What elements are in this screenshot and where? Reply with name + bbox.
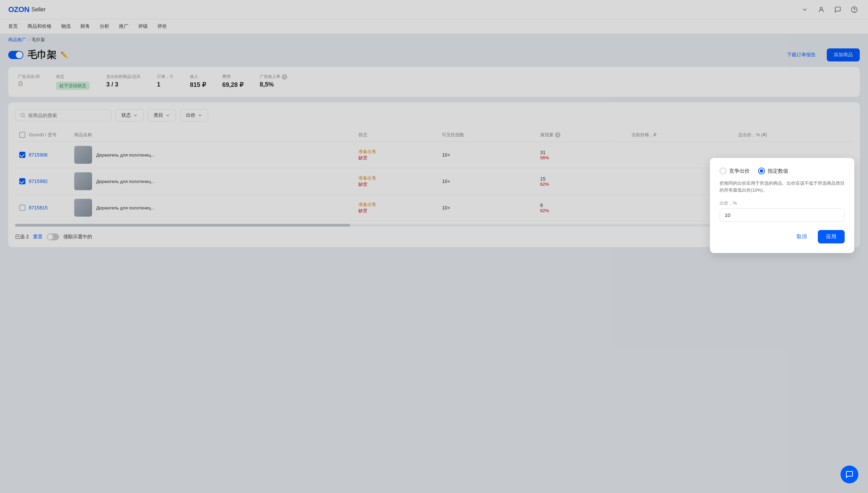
popup-actions: 取消 应用 [720, 230, 845, 243]
popup-overlay: 竞争出价 指定数值 把相同的出价应用于所选的商品。出价应该不低于所选商品类目的所… [0, 0, 868, 493]
popup-radio-row: 竞争出价 指定数值 [720, 168, 845, 174]
popup-input-group: 出价，% [720, 200, 845, 222]
bid-popup: 竞争出价 指定数值 把相同的出价应用于所选的商品。出价应该不低于所选商品类目的所… [710, 158, 854, 253]
apply-button[interactable]: 应用 [818, 230, 845, 243]
popup-input-label: 出价，% [720, 200, 845, 206]
popup-description: 把相同的出价应用于所选的商品。出价应该不低于所选商品类目的所有最低出价(10%)… [720, 180, 845, 193]
fixed-bid-radio[interactable] [758, 168, 765, 174]
chat-fab-icon [845, 470, 854, 479]
bid-value-input[interactable] [720, 208, 845, 222]
chat-fab[interactable] [841, 466, 858, 483]
competitive-bid-radio[interactable] [720, 168, 726, 174]
fixed-bid-option[interactable]: 指定数值 [758, 168, 788, 174]
competitive-bid-option[interactable]: 竞争出价 [720, 168, 750, 174]
cancel-button[interactable]: 取消 [791, 230, 812, 243]
